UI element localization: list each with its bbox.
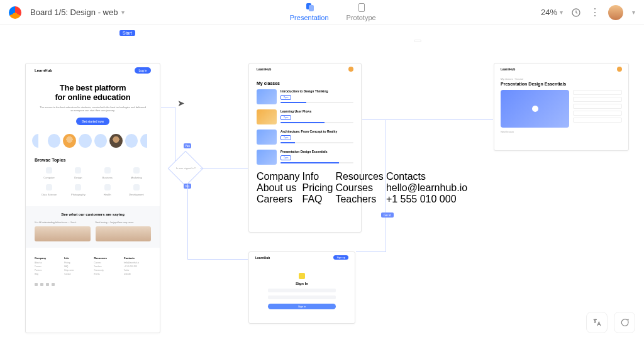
chevron-down-icon: ▾ <box>560 9 563 16</box>
brand-text: LearnHub <box>255 256 270 260</box>
lesson-row[interactable] <box>573 90 622 95</box>
browse-heading: Browse Topics <box>35 158 151 162</box>
topic-item[interactable]: Business <box>93 167 122 179</box>
topic-item[interactable]: Health <box>93 184 122 196</box>
screen-landing[interactable]: LearnHub Log in The best platformfor onl… <box>25 63 160 333</box>
topic-item[interactable]: Computer <box>35 167 64 179</box>
board-title-dropdown[interactable]: Board 1/5: Design - web ▾ <box>30 8 125 17</box>
mode-presentation-label: Presentation <box>290 14 329 21</box>
zoom-value: 24% <box>541 8 557 17</box>
comments-icon[interactable] <box>614 312 635 333</box>
flow-wire <box>200 168 248 169</box>
signin-title: Sign In <box>249 282 355 285</box>
prototype-canvas[interactable]: Start ➤ Is user signed in? Yes No Go to … <box>0 25 644 342</box>
topic-item[interactable]: Photography <box>64 184 92 196</box>
hero-avatars <box>32 134 153 148</box>
lesson-row[interactable] <box>573 111 622 116</box>
testimonials-section: See what our customers are saying It's a… <box>26 206 160 248</box>
topic-item[interactable]: Development <box>122 184 151 196</box>
flow-port-yes[interactable]: Yes <box>184 143 191 148</box>
testimonials-heading: See what our customers are saying <box>35 212 151 216</box>
signup-button[interactable]: Sign up <box>333 255 348 260</box>
flow-wire <box>161 107 175 108</box>
user-avatar[interactable] <box>608 5 623 20</box>
translate-icon[interactable] <box>586 312 608 333</box>
brand-text: LearnHub <box>501 67 515 71</box>
screen-course-detail[interactable]: LearnHub My classes › Course Presentatio… <box>494 63 629 151</box>
user-avatar-icon[interactable] <box>348 67 353 72</box>
flow-wire <box>175 107 175 163</box>
more-vertical-icon[interactable]: ⋮ <box>589 7 601 18</box>
top-toolbar: Board 1/5: Design - web ▾ Presentation P… <box>0 0 644 25</box>
class-row[interactable]: Presentation Design EssentialsOpen <box>257 150 353 165</box>
breadcrumb[interactable]: My classes › Course <box>501 77 622 80</box>
footer: CompanyAbout usCareersPartnersBlog InfoP… <box>35 256 151 286</box>
class-list: Introduction to Design ThinkingOpen Lear… <box>257 89 353 165</box>
brand-text: LearnHub <box>35 69 52 72</box>
mode-presentation[interactable]: Presentation <box>290 3 329 21</box>
screen-my-classes[interactable]: LearnHub My classes Introduction to Desi… <box>248 63 362 233</box>
mode-switch: Presentation Prototype <box>125 3 541 21</box>
user-avatar-icon[interactable] <box>617 67 622 72</box>
hero-heading: The best platformfor online education <box>26 84 160 102</box>
flow-decision-node[interactable]: Is user signed in? <box>168 151 204 187</box>
video-player[interactable] <box>501 90 569 128</box>
page-title: My classes <box>257 81 353 86</box>
zoom-dropdown[interactable]: 24% ▾ <box>541 8 563 17</box>
flow-start-tag[interactable]: Start <box>119 30 135 36</box>
testimonial-card: It's a full understanding platform for m… <box>35 221 91 241</box>
brand-text: LearnHub <box>257 67 271 71</box>
password-field[interactable] <box>268 295 336 299</box>
flow-wire <box>187 259 248 260</box>
history-icon[interactable] <box>570 7 582 18</box>
hero-cta-button[interactable]: Get started now <box>76 118 109 125</box>
class-row[interactable]: Introduction to Design ThinkingOpen <box>257 89 353 104</box>
flow-wire <box>187 184 188 259</box>
lesson-row[interactable] <box>573 118 622 123</box>
flow-wire <box>356 251 386 252</box>
frame-placeholder <box>414 40 421 42</box>
class-row[interactable]: Learning User FlowsOpen <box>257 109 353 124</box>
social-icons <box>35 283 151 286</box>
chevron-down-icon: ▾ <box>632 9 635 16</box>
lesson-row[interactable] <box>573 104 622 109</box>
screen-nav: LearnHub Log in <box>26 63 160 77</box>
topic-item[interactable]: Design <box>64 167 92 179</box>
prototype-icon <box>355 3 367 12</box>
canvas-tools <box>586 312 635 333</box>
screen-sign-in[interactable]: LearnHubSign up Sign In Sign in <box>248 251 355 324</box>
canvas-cursor-icon: ➤ <box>177 98 185 108</box>
lesson-row[interactable] <box>573 97 622 102</box>
flow-wire <box>362 119 493 120</box>
class-row[interactable]: Architecture: From Concept to RealityOpe… <box>257 130 353 145</box>
topic-item[interactable]: Data Science <box>35 184 64 196</box>
flow-port-goto[interactable]: Go to <box>381 212 394 218</box>
app-logo-icon[interactable] <box>9 6 21 19</box>
board-title-text: Board 1/5: Design - web <box>30 8 118 17</box>
signin-button[interactable]: Sign in <box>268 304 336 309</box>
mode-prototype[interactable]: Prototype <box>347 3 376 21</box>
testimonial-card: Great learning — I enjoyed here every co… <box>96 221 152 241</box>
topic-item[interactable]: Marketing <box>122 167 151 179</box>
mode-prototype-label: Prototype <box>347 14 376 21</box>
toolbar-right: 24% ▾ ⋮ ▾ <box>541 5 635 20</box>
email-field[interactable] <box>268 289 336 292</box>
login-button[interactable]: Log in <box>135 67 151 74</box>
hero-subtext: The access to the best educators for stu… <box>40 106 146 113</box>
wave-icon <box>299 273 305 279</box>
presentation-icon <box>304 3 315 12</box>
lesson-list <box>573 90 622 128</box>
next-lesson-label: Next lesson <box>501 130 622 134</box>
topics-grid: Computer Design Business Marketing Data … <box>35 167 151 196</box>
course-title: Presentation Design Essentials <box>501 82 622 86</box>
